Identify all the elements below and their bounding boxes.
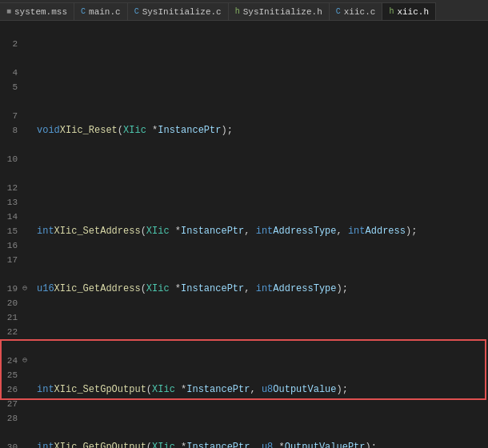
tab-label-xiic-h: xiic.h: [397, 7, 429, 17]
tab-sysinitialize-c[interactable]: C SysInitialize.c: [128, 2, 229, 20]
tab-label-sysinitialize-c: SysInitialize.c: [142, 7, 222, 17]
tab-label-system-mss: system.mss: [14, 7, 67, 17]
code-line: int XIic_SetAddress(XIic *InstancePtr, i…: [37, 224, 488, 238]
code-line: [37, 166, 488, 181]
tab-sysinitialize-h[interactable]: h SysInitialize.h: [229, 2, 330, 20]
code-line: [37, 325, 488, 339]
tab-xiic-h[interactable]: h xiic.h: [382, 2, 436, 20]
tab-icon-c3: C: [336, 7, 341, 16]
tab-icon-c1: C: [81, 7, 86, 16]
tab-label-sysinitialize-h: SysInitialize.h: [243, 7, 322, 17]
tab-icon-mss: ■: [6, 7, 11, 16]
tab-label-xiic-c: xiic.c: [344, 7, 376, 17]
tab-label-main-c: main.c: [89, 7, 121, 17]
tab-system-mss[interactable]: ■ system.mss: [0, 2, 74, 20]
tab-icon-h2: h: [389, 7, 394, 16]
tab-icon-h1: h: [235, 7, 240, 16]
tab-xiic-c[interactable]: C xiic.c: [330, 2, 383, 20]
code-line: int XIic_SetGpOutput(XIic *InstancePtr, …: [37, 382, 488, 397]
tab-bar: ■ system.mss C main.c C SysInitialize.c …: [0, 0, 488, 21]
code-area: 2 4 5 7 8 10 12 13 14 15 16 17 19 20 21 …: [0, 21, 488, 448]
code-content: void XIic_Reset(XIic *InstancePtr); int …: [34, 21, 488, 448]
tab-icon-c2: C: [134, 7, 139, 16]
tab-main-c[interactable]: C main.c: [74, 2, 128, 20]
line-numbers: 2 4 5 7 8 10 12 13 14 15 16 17 19 20 21 …: [0, 21, 22, 448]
code-line: u16 XIic_GetAddress(XIic *InstancePtr, i…: [37, 282, 488, 296]
code-line: void XIic_Reset(XIic *InstancePtr);: [37, 123, 488, 138]
code-line: int XIic_GetGpOutput(XIic *InstancePtr, …: [37, 440, 488, 448]
code-line: [37, 66, 488, 80]
collapse-gutter: ⊖ ⊖ ⊖: [22, 21, 34, 448]
